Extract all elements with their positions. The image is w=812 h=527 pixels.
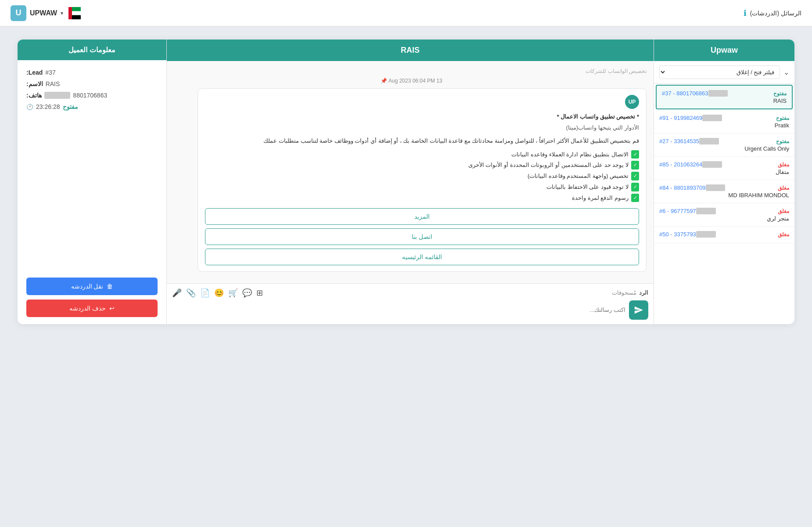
topnav-left: U UPWAW ▾ bbox=[11, 5, 81, 21]
grid-icon[interactable]: ⊞ bbox=[256, 288, 263, 298]
conv-5-top: مغلق #84 - 8801893709████ bbox=[659, 184, 789, 191]
msg-timestamp: 📌 Aug 2023 06:04 PM 13 bbox=[174, 78, 647, 84]
conv-4-name: متقال bbox=[659, 169, 789, 175]
svg-rect-4 bbox=[72, 15, 81, 19]
chat-input-toolbar: الرد مُسحوفات 🎤 📎 📄 😊 🛒 💬 ⊞ bbox=[172, 288, 648, 298]
lead-value: #37 bbox=[45, 69, 55, 76]
msg-actions: المزيد اتصل بنا القائمه الرئيسيه bbox=[205, 208, 639, 265]
svg-rect-2 bbox=[72, 7, 81, 11]
conv-1-top: مفتوح #37 - 8801706863████ bbox=[662, 90, 787, 97]
prev-msg-stub: تخصيص الواتساب للشركات bbox=[174, 68, 647, 74]
check-item-5: ✓ رسوم الدفع لمرة واحدة bbox=[205, 194, 639, 203]
chat-messages[interactable]: تخصيص الواتساب للشركات 📌 Aug 2023 06:04 … bbox=[167, 61, 654, 283]
conv-2-status: مفتوح bbox=[776, 115, 789, 121]
msg-bubble: UP * تخصيص تطبيق واتساب الاعمال * الأدوا… bbox=[198, 88, 647, 272]
document-icon[interactable]: 📄 bbox=[200, 288, 210, 298]
msg-body: * تخصيص تطبيق واتساب الاعمال * الأدوار ا… bbox=[205, 112, 639, 265]
attachment-icon[interactable]: 📎 bbox=[186, 288, 196, 298]
conv-2-id: #91 - 919982469████ bbox=[659, 115, 722, 121]
conv-4-top: مغلق #85 - 201063264████ bbox=[659, 161, 789, 168]
name-row: RAIS الاسم: bbox=[26, 80, 158, 87]
filter-dropdown[interactable]: فيلتر فتح / إغلاق bbox=[659, 65, 780, 79]
send-button[interactable] bbox=[629, 300, 648, 320]
conv-item-6[interactable]: مغلق #6 - 96777597████ متجر لري bbox=[654, 203, 794, 227]
conv-4-id: #85 - 201063264████ bbox=[659, 161, 722, 168]
more-button[interactable]: المزيد bbox=[205, 208, 639, 225]
msg-bubble-header: UP bbox=[205, 95, 639, 109]
phone-blurred: ████ bbox=[44, 92, 71, 99]
topnav: U UPWAW ▾ الرسائل (الدردشات) ℹ bbox=[0, 0, 812, 26]
conv-6-top: مغلق #6 - 96777597████ bbox=[659, 208, 789, 214]
check-item-2: ✓ لا يوجد حد على المستخدمين أو الروبوتات… bbox=[205, 161, 639, 170]
msg-avatar: UP bbox=[625, 95, 639, 109]
check-text-1: الاتصال بتطبيق نظام ادارة العملاء وقاعده… bbox=[511, 150, 629, 159]
conv-item-7[interactable]: مغلق #50 - 3375793████ bbox=[654, 227, 794, 243]
time-value: 23:26:28 bbox=[36, 103, 60, 110]
right-panel: Upwaw ⌄ فيلتر فتح / إغلاق مفتوح #37 - 88… bbox=[654, 40, 794, 324]
conv-5-id: #84 - 8801893709████ bbox=[659, 184, 725, 191]
svg-rect-3 bbox=[72, 11, 81, 15]
conv-item-3[interactable]: مفتوح #27 - 33614535████ Urgent Calls On… bbox=[654, 134, 794, 157]
home-button[interactable]: القائمه الرئيسيه bbox=[205, 249, 639, 265]
conv-5-name: MD IBRAHIM MONDOL bbox=[659, 192, 789, 199]
check-text-2: لا يوجد حد على المستخدمين أو الروبوتات ا… bbox=[468, 161, 629, 170]
name-label: الاسم: bbox=[26, 80, 43, 87]
conv-item-4[interactable]: مغلق #85 - 201063264████ متقال bbox=[654, 157, 794, 180]
conv-7-top: مغلق #50 - 3375793████ bbox=[659, 231, 789, 238]
toolbar-icons: 🎤 📎 📄 😊 🛒 💬 ⊞ bbox=[172, 288, 263, 298]
conv-7-id: #50 - 3375793████ bbox=[659, 231, 716, 238]
logo-box: U bbox=[11, 5, 26, 21]
lead-label: Lead: bbox=[26, 69, 43, 76]
flag-icon bbox=[68, 7, 81, 19]
check-icon-4: ✓ bbox=[631, 183, 639, 191]
conv-1-status: مفتوح bbox=[773, 90, 787, 97]
check-item-4: ✓ لا توجد قيود على الاحتفاظ بالبيانات bbox=[205, 183, 639, 192]
emoji-icon[interactable]: 😊 bbox=[214, 288, 224, 298]
lead-row: #37 Lead: bbox=[26, 69, 158, 76]
conv-1-id: #37 - 8801706863████ bbox=[662, 90, 728, 97]
brand-dropdown-arrow[interactable]: ▾ bbox=[61, 10, 63, 16]
msg-subtitle: الأدوار التي يتيحها واتساب(ميتا) bbox=[205, 123, 639, 133]
mid-panel: RAIS تخصيص الواتساب للشركات 📌 Aug 2023 0… bbox=[167, 40, 654, 324]
uae-flag-svg bbox=[68, 7, 81, 19]
mid-header: RAIS bbox=[167, 40, 654, 61]
chat-input-area: الرد مُسحوفات 🎤 📎 📄 😊 🛒 💬 ⊞ bbox=[167, 283, 654, 324]
conv-7-status: مغلق bbox=[778, 231, 789, 238]
conv-2-name: Pratik bbox=[659, 122, 789, 129]
name-value: RAIS bbox=[46, 80, 60, 87]
check-icon-5: ✓ bbox=[631, 194, 639, 202]
phone-label: هاتف: bbox=[26, 92, 42, 99]
tab-notes[interactable]: مُسحوفات bbox=[612, 289, 636, 296]
delete-button[interactable]: ↩ حذف الدردشه bbox=[26, 300, 158, 317]
delete-icon: ↩ bbox=[109, 305, 115, 312]
conv-item-2[interactable]: مفتوح #91 - 919982469████ Pratik bbox=[654, 110, 794, 134]
action-buttons: 🗑 نقل الدردشه ↩ حذف الدردشه bbox=[18, 271, 166, 324]
msg-intro: قم بتخصيص التطبيق للأعمال الأكثر احترافا… bbox=[205, 136, 639, 146]
filter-row: ⌄ فيلتر فتح / إغلاق bbox=[654, 61, 794, 84]
message-input[interactable] bbox=[172, 307, 625, 313]
chevron-down-icon[interactable]: ⌄ bbox=[783, 68, 789, 76]
transfer-button[interactable]: 🗑 نقل الدردشه bbox=[26, 278, 158, 295]
status-label: مفتوح bbox=[63, 103, 78, 110]
check-item-3: ✓ تخصيص (واجهة المستخدم وقاعده البيانات) bbox=[205, 172, 639, 181]
send-icon bbox=[634, 305, 643, 315]
info-icon[interactable]: ℹ bbox=[744, 8, 747, 18]
contact-button[interactable]: اتصل بنا bbox=[205, 228, 639, 245]
check-icon-1: ✓ bbox=[631, 150, 639, 159]
check-text-5: رسوم الدفع لمرة واحدة bbox=[572, 194, 629, 203]
conv-6-id: #6 - 96777597████ bbox=[659, 208, 716, 214]
check-text-3: تخصيص (واجهة المستخدم وقاعده البيانات) bbox=[528, 172, 629, 181]
chat-icon[interactable]: 💬 bbox=[242, 288, 252, 298]
client-info-body: #37 Lead: RAIS الاسم: 8801706863 ████ ها… bbox=[18, 60, 166, 172]
conv-item-1[interactable]: مفتوح #37 - 8801706863████ RAIS bbox=[656, 85, 793, 109]
tab-reply[interactable]: الرد bbox=[639, 289, 648, 296]
tab-labels: الرد مُسحوفات bbox=[612, 289, 648, 296]
cart-icon[interactable]: 🛒 bbox=[228, 288, 238, 298]
brand-name: UPWAW bbox=[30, 9, 57, 17]
phone-row: 8801706863 ████ هاتف: bbox=[26, 92, 158, 99]
conversation-list[interactable]: مفتوح #37 - 8801706863████ RAIS مفتوح #9… bbox=[654, 84, 794, 324]
conv-item-5[interactable]: مغلق #84 - 8801893709████ MD IBRAHIM MON… bbox=[654, 180, 794, 203]
conv-3-id: #27 - 33614535████ bbox=[659, 138, 719, 144]
mic-icon[interactable]: 🎤 bbox=[172, 288, 182, 298]
main-area: معلومات العميل #37 Lead: RAIS الاسم: 880… bbox=[0, 26, 812, 337]
